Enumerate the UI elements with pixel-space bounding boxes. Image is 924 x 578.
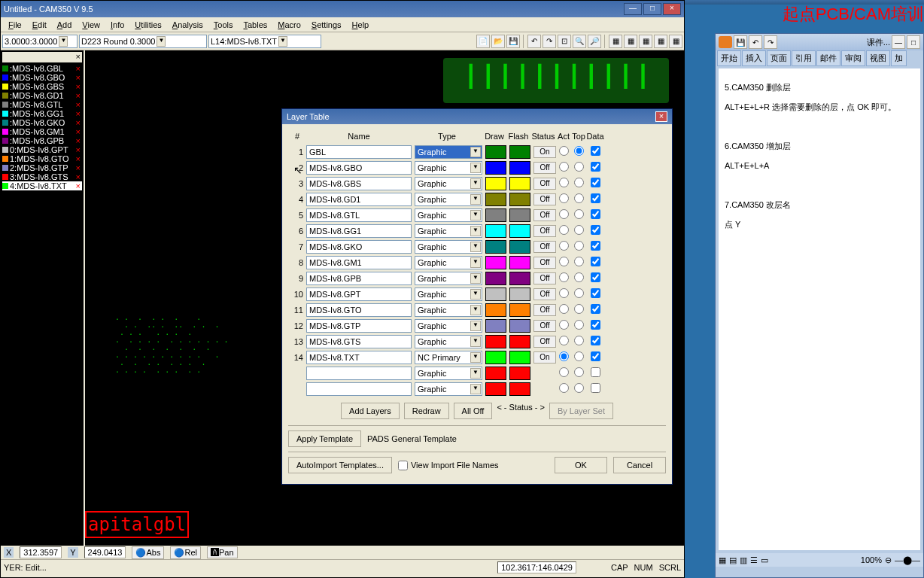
abs-button[interactable]: 🔵Abs bbox=[132, 546, 164, 559]
zoom-fit-icon[interactable]: ⊡ bbox=[558, 35, 571, 48]
layer-type-combo[interactable]: Graphic▼ bbox=[415, 319, 482, 333]
grid3-icon[interactable]: ▦ bbox=[639, 35, 652, 48]
status-toggle[interactable]: Off bbox=[533, 225, 556, 237]
new-icon[interactable]: 📄 bbox=[476, 35, 490, 48]
layer-type-combo[interactable]: Graphic▼ bbox=[415, 208, 482, 222]
dialog-close-icon[interactable]: × bbox=[655, 111, 667, 122]
radio[interactable] bbox=[556, 178, 571, 189]
view-icon[interactable]: ▤ bbox=[729, 555, 737, 565]
flash-color[interactable] bbox=[509, 335, 530, 348]
zoom-out-icon[interactable]: 🔎 bbox=[588, 35, 601, 48]
layer-combo[interactable]: L14:MDS-Iv8.TXT▼ bbox=[208, 35, 321, 48]
flash-color[interactable] bbox=[509, 145, 530, 159]
flash-color[interactable] bbox=[509, 319, 530, 333]
status-toggle[interactable]: Off bbox=[533, 178, 556, 190]
ribbon-tab[interactable]: 加 bbox=[891, 50, 907, 66]
menu-utilities[interactable]: Utilities bbox=[130, 19, 166, 31]
radio[interactable] bbox=[556, 209, 571, 221]
status-toggle[interactable]: Off bbox=[533, 272, 556, 284]
view-icon[interactable]: ▭ bbox=[761, 555, 768, 565]
radio[interactable] bbox=[556, 146, 571, 157]
flash-color[interactable] bbox=[509, 382, 530, 396]
layer-panel-item[interactable]: :MDS-Iv8.GTL× bbox=[2, 100, 82, 109]
layer-name-input[interactable]: MDS-Iv8.GTL bbox=[306, 208, 412, 222]
layer-panel-item[interactable]: :MDS-Iv8.GG1× bbox=[2, 109, 82, 118]
draw-color[interactable] bbox=[485, 240, 506, 254]
all-off-button[interactable]: All Off bbox=[454, 403, 493, 419]
ribbon-tab[interactable]: 视图 bbox=[866, 50, 890, 66]
layer-name-input[interactable]: MDS-Iv8.GTO bbox=[306, 303, 412, 317]
layer-panel-item[interactable]: 0:MDS-Iv8.GPT× bbox=[2, 145, 82, 154]
flash-color[interactable] bbox=[509, 177, 530, 190]
undo-icon[interactable]: ↶ bbox=[527, 35, 541, 48]
checkbox[interactable] bbox=[586, 288, 604, 300]
flash-color[interactable] bbox=[509, 240, 530, 254]
menu-edit[interactable]: Edit bbox=[28, 19, 51, 31]
radio[interactable] bbox=[571, 304, 586, 315]
layer-type-combo[interactable]: Graphic▼ bbox=[415, 256, 482, 269]
radio[interactable] bbox=[556, 241, 571, 252]
draw-color[interactable] bbox=[485, 208, 506, 222]
radio[interactable] bbox=[571, 383, 586, 394]
zoom-out-icon[interactable]: ⊖ bbox=[885, 555, 892, 565]
rel-button[interactable]: 🔵Rel bbox=[170, 546, 201, 559]
flash-color[interactable] bbox=[509, 272, 530, 285]
status-toggle[interactable]: Off bbox=[533, 162, 556, 174]
radio[interactable] bbox=[571, 351, 586, 363]
ribbon-tab[interactable]: 开始 bbox=[717, 50, 741, 66]
status-toggle[interactable]: Off bbox=[533, 257, 556, 269]
word-document[interactable]: 5.CAM350 删除层 ALT+E+L+R 选择需要删除的层，点 OK 即可。… bbox=[719, 68, 920, 550]
checkbox[interactable] bbox=[586, 257, 604, 268]
zoom-combo[interactable]: 3.0000:3.0000▼ bbox=[2, 35, 78, 48]
radio[interactable] bbox=[556, 304, 571, 315]
radio[interactable] bbox=[556, 336, 571, 347]
radio[interactable] bbox=[571, 288, 586, 300]
layer-type-combo[interactable]: Graphic▼ bbox=[415, 382, 482, 396]
layer-panel-item[interactable]: 2:MDS-Iv8.GTP× bbox=[2, 163, 82, 172]
layer-panel-item[interactable]: :MDS-Iv8.GM1× bbox=[2, 127, 82, 136]
layer-type-combo[interactable]: Graphic▼ bbox=[415, 367, 482, 380]
radio[interactable] bbox=[556, 225, 571, 236]
draw-color[interactable] bbox=[485, 145, 506, 159]
view-icon[interactable]: ▦ bbox=[719, 555, 726, 565]
apply-template-button[interactable]: Apply Template bbox=[288, 430, 361, 447]
draw-color[interactable] bbox=[485, 224, 506, 238]
radio[interactable] bbox=[556, 367, 571, 379]
checkbox[interactable] bbox=[586, 225, 604, 236]
flash-color[interactable] bbox=[509, 224, 530, 238]
flash-color[interactable] bbox=[509, 256, 530, 269]
ribbon-tab[interactable]: 审阅 bbox=[841, 50, 865, 66]
flash-color[interactable] bbox=[509, 303, 530, 317]
grid4-icon[interactable]: ▦ bbox=[654, 35, 667, 48]
checkbox[interactable] bbox=[586, 367, 604, 379]
radio[interactable] bbox=[571, 162, 586, 173]
radio[interactable] bbox=[556, 320, 571, 331]
layer-type-combo[interactable]: Graphic▼ bbox=[415, 161, 482, 175]
radio[interactable] bbox=[571, 193, 586, 205]
layer-panel-item-active[interactable]: 4:MDS-Iv8.TXT× bbox=[2, 181, 82, 190]
draw-color[interactable] bbox=[485, 367, 506, 380]
layer-type-combo[interactable]: Graphic▼ bbox=[415, 193, 482, 206]
word-max-icon[interactable]: □ bbox=[907, 35, 920, 49]
draw-color[interactable] bbox=[485, 177, 506, 190]
redo-icon[interactable]: ↷ bbox=[543, 35, 556, 48]
dialog-titlebar[interactable]: Layer Table × bbox=[282, 109, 672, 124]
layer-panel-item[interactable]: :MDS-Iv8.GD1× bbox=[2, 91, 82, 100]
radio[interactable] bbox=[571, 320, 586, 331]
menu-settings[interactable]: Settings bbox=[307, 19, 346, 31]
radio[interactable] bbox=[571, 367, 586, 379]
layer-name-input[interactable]: MDS-Iv8.GPB bbox=[306, 272, 412, 285]
layer-type-combo[interactable]: Graphic▼ bbox=[415, 272, 482, 285]
view-icon[interactable]: ▥ bbox=[740, 555, 747, 565]
flash-color[interactable] bbox=[509, 161, 530, 175]
cancel-button[interactable]: Cancel bbox=[613, 457, 666, 473]
view-icon[interactable]: ☰ bbox=[750, 555, 758, 565]
scrollbar[interactable] bbox=[654, 144, 664, 397]
radio[interactable] bbox=[571, 178, 586, 189]
layer-panel-item[interactable]: 1:MDS-Iv8.GTO× bbox=[2, 154, 82, 163]
undo-icon[interactable]: ↶ bbox=[749, 35, 762, 49]
autoimport-button[interactable]: AutoImport Templates... bbox=[288, 457, 392, 473]
radio[interactable] bbox=[556, 351, 571, 363]
status-toggle[interactable]: Off bbox=[533, 209, 556, 221]
radio[interactable] bbox=[556, 257, 571, 268]
